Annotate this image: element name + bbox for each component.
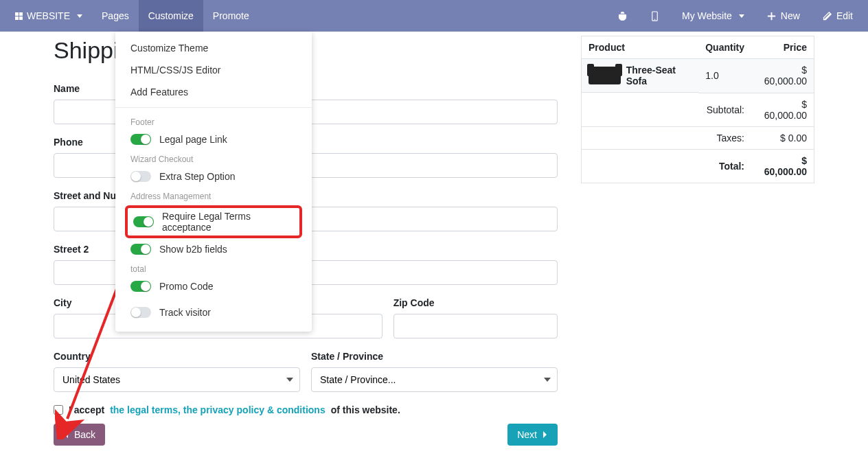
next-label: Next <box>517 429 537 440</box>
dd-label: Legal page Link <box>159 134 227 145</box>
grid-icon <box>15 12 23 20</box>
accept-terms-checkbox[interactable] <box>54 405 63 415</box>
accept-prefix: I accept <box>69 404 104 415</box>
dd-section-total: total <box>115 259 312 277</box>
total-label: Total: <box>582 149 752 183</box>
chevron-down-icon <box>77 14 82 18</box>
taxes-row: Taxes: $ 0.00 <box>582 126 814 149</box>
dd-label: Promo Code <box>159 281 214 292</box>
top-navbar: WEBSITE Pages Customize Promote My Websi… <box>0 0 868 32</box>
dd-section-address: Address Management <box>115 186 312 204</box>
promote-menu[interactable]: Promote <box>203 0 259 32</box>
customize-label: Customize <box>148 10 194 21</box>
col-qty: Quantity <box>698 36 751 59</box>
dd-label: Customize Theme <box>130 43 208 54</box>
total-row: Total: $ 60,000.00 <box>582 149 814 183</box>
dd-add-features[interactable]: Add Features <box>115 81 312 103</box>
dd-html-editor[interactable]: HTML/CSS/JS Editor <box>115 59 312 81</box>
dd-section-footer: Footer <box>115 112 312 130</box>
mobile-preview-button[interactable] <box>640 0 670 32</box>
new-button[interactable]: New <box>757 0 810 32</box>
back-button[interactable]: Back <box>54 424 105 446</box>
bug-button[interactable] <box>608 0 637 32</box>
product-price: $ 60,000.00 <box>751 59 814 93</box>
plus-icon <box>766 11 777 21</box>
my-website-label: My Website <box>682 10 732 21</box>
product-qty: 1.0 <box>698 59 751 93</box>
toggle-off-icon <box>130 171 151 182</box>
divider <box>115 107 312 108</box>
product-thumb <box>589 67 621 84</box>
dd-label: Require Legal Terms acceptance <box>162 211 294 233</box>
taxes-label: Taxes: <box>582 126 752 149</box>
state-label: State / Province <box>311 351 558 362</box>
dd-label: Extra Step Option <box>159 171 236 182</box>
customize-menu[interactable]: Customize <box>139 0 203 32</box>
dd-show-b2b[interactable]: Show b2b fields <box>115 240 312 259</box>
subtotal-label: Subtotal: <box>582 93 752 126</box>
new-label: New <box>781 10 800 21</box>
edit-button[interactable]: Edit <box>812 0 863 32</box>
my-website-menu[interactable]: My Website <box>672 0 754 32</box>
order-table: Product Quantity Price Three-Seat Sofa 1… <box>581 36 814 183</box>
dd-track-visitor[interactable]: Track visitor <box>115 303 312 322</box>
edit-label: Edit <box>836 10 853 21</box>
accept-terms-row: I accept the legal terms, the privacy po… <box>54 404 558 415</box>
chevron-left-icon <box>63 430 70 439</box>
promote-label: Promote <box>213 10 249 21</box>
dd-extra-step[interactable]: Extra Step Option <box>115 167 312 186</box>
toggle-on-icon <box>130 244 151 255</box>
col-product: Product <box>582 36 699 59</box>
total-value: $ 60,000.00 <box>751 149 814 183</box>
col-price: Price <box>751 36 814 59</box>
toggle-on-icon <box>133 216 154 227</box>
website-menu[interactable]: WEBSITE <box>5 0 92 32</box>
toggle-on-icon <box>130 134 151 145</box>
next-button[interactable]: Next <box>507 424 558 446</box>
order-summary: Product Quantity Price Three-Seat Sofa 1… <box>581 32 814 446</box>
dd-customize-theme[interactable]: Customize Theme <box>115 37 312 59</box>
back-label: Back <box>74 429 95 440</box>
topbar-left: WEBSITE Pages Customize Promote <box>5 0 259 32</box>
zip-label: Zip Code <box>393 297 558 308</box>
country-select[interactable]: United States <box>54 367 300 392</box>
dd-label: HTML/CSS/JS Editor <box>130 65 220 76</box>
country-label: Country <box>54 351 300 362</box>
toggle-off-icon <box>130 307 151 318</box>
pages-menu[interactable]: Pages <box>92 0 139 32</box>
dd-promo-code[interactable]: Promo Code <box>115 277 312 296</box>
dd-label: Add Features <box>130 87 188 97</box>
dd-label: Track visitor <box>159 307 211 318</box>
mobile-icon <box>650 11 660 21</box>
dd-section-wizard: Wizard Checkout <box>115 149 312 167</box>
dd-require-legal[interactable]: Require Legal Terms acceptance <box>125 205 302 238</box>
subtotal-row: Subtotal: $ 60,000.00 <box>582 93 814 126</box>
pencil-icon <box>822 11 832 21</box>
svg-point-1 <box>654 19 656 20</box>
accept-suffix: of this website. <box>331 404 400 415</box>
topbar-right: My Website New Edit <box>608 0 863 32</box>
dd-label: Show b2b fields <box>159 244 227 255</box>
product-name: Three-Seat Sofa <box>626 65 692 87</box>
chevron-right-icon <box>541 430 548 439</box>
legal-terms-link[interactable]: the legal terms, the privacy policy & co… <box>110 404 326 415</box>
subtotal-value: $ 60,000.00 <box>751 93 814 126</box>
bug-icon <box>617 11 628 21</box>
zip-input[interactable] <box>393 314 558 338</box>
chevron-down-icon <box>739 14 744 18</box>
dd-legal-page-link[interactable]: Legal page Link <box>115 130 312 149</box>
customize-dropdown: Customize Theme HTML/CSS/JS Editor Add F… <box>115 32 312 332</box>
toggle-on-icon <box>130 281 151 292</box>
pages-label: Pages <box>102 10 129 21</box>
taxes-value: $ 0.00 <box>751 126 814 149</box>
table-row: Three-Seat Sofa 1.0 $ 60,000.00 <box>582 59 814 93</box>
website-menu-label: WEBSITE <box>27 10 70 21</box>
state-select[interactable]: State / Province... <box>311 367 558 392</box>
